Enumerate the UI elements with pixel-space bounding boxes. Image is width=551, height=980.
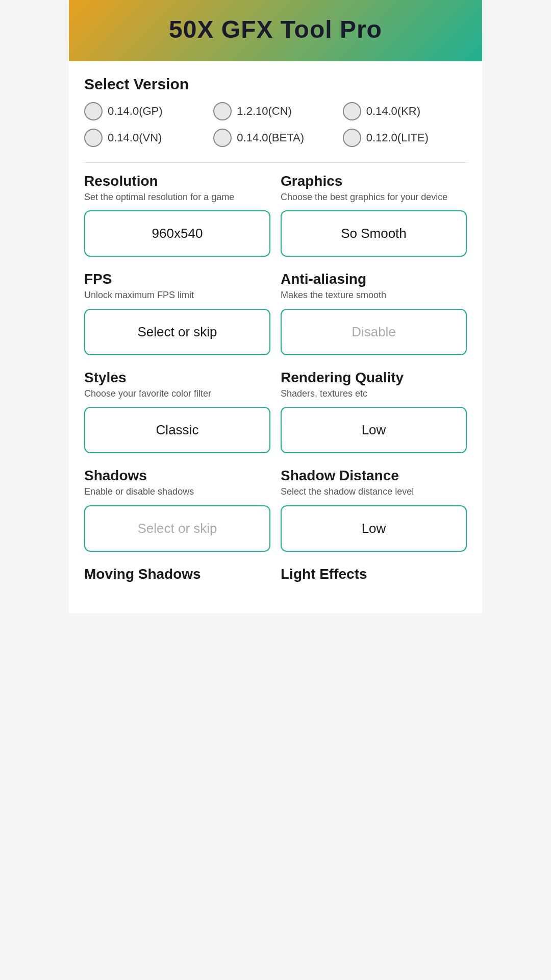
resolution-button[interactable]: 960x540 bbox=[84, 210, 270, 257]
antialiasing-button[interactable]: Disable bbox=[281, 309, 467, 355]
graphics-label: Graphics bbox=[281, 173, 467, 189]
resolution-block: Resolution Set the optimal resolution fo… bbox=[84, 173, 270, 257]
antialiasing-label: Anti-aliasing bbox=[281, 271, 467, 287]
fps-label: FPS bbox=[84, 271, 270, 287]
radio-beta[interactable] bbox=[213, 129, 232, 147]
rendering-quality-button[interactable]: Low bbox=[281, 407, 467, 453]
rendering-quality-label: Rendering Quality bbox=[281, 370, 467, 386]
version-grid: 0.14.0(GP) 1.2.10(CN) 0.14.0(KR) 0.14.0(… bbox=[84, 102, 467, 147]
version-label-vn: 0.14.0(VN) bbox=[108, 131, 162, 144]
version-label-cn: 1.2.10(CN) bbox=[237, 105, 292, 118]
graphics-block: Graphics Choose the best graphics for yo… bbox=[281, 173, 467, 257]
version-option-lite[interactable]: 0.12.0(LITE) bbox=[343, 129, 467, 147]
version-label-lite: 0.12.0(LITE) bbox=[366, 131, 429, 144]
radio-cn[interactable] bbox=[213, 102, 232, 120]
shadow-distance-desc: Select the shadow distance level bbox=[281, 486, 467, 498]
resolution-label: Resolution bbox=[84, 173, 270, 189]
radio-lite[interactable] bbox=[343, 129, 361, 147]
version-label-gp: 0.14.0(GP) bbox=[108, 105, 163, 118]
shadow-distance-block: Shadow Distance Select the shadow distan… bbox=[281, 468, 467, 551]
radio-gp[interactable] bbox=[84, 102, 103, 120]
antialiasing-desc: Makes the texture smooth bbox=[281, 289, 467, 301]
app-title: 50X GFX Tool Pro bbox=[79, 15, 472, 43]
shadow-distance-button[interactable]: Low bbox=[281, 505, 467, 552]
shadows-block: Shadows Enable or disable shadows Select… bbox=[84, 468, 270, 551]
version-label-kr: 0.14.0(KR) bbox=[366, 105, 420, 118]
antialiasing-block: Anti-aliasing Makes the texture smooth D… bbox=[281, 271, 467, 355]
fps-desc: Unlock maximum FPS limit bbox=[84, 289, 270, 301]
app-header: 50X GFX Tool Pro bbox=[69, 0, 482, 61]
version-option-cn[interactable]: 1.2.10(CN) bbox=[213, 102, 337, 120]
graphics-button[interactable]: So Smooth bbox=[281, 210, 467, 257]
styles-button[interactable]: Classic bbox=[84, 407, 270, 453]
styles-label: Styles bbox=[84, 370, 270, 386]
resolution-desc: Set the optimal resolution for a game bbox=[84, 191, 270, 203]
version-section-title: Select Version bbox=[84, 76, 467, 93]
divider-1 bbox=[84, 162, 467, 163]
fps-block: FPS Unlock maximum FPS limit Select or s… bbox=[84, 271, 270, 355]
light-effects-block: Light Effects bbox=[281, 566, 467, 584]
radio-kr[interactable] bbox=[343, 102, 361, 120]
shadow-distance-label: Shadow Distance bbox=[281, 468, 467, 484]
graphics-desc: Choose the best graphics for your device bbox=[281, 191, 467, 203]
styles-desc: Choose your favorite color filter bbox=[84, 388, 270, 400]
version-section: Select Version 0.14.0(GP) 1.2.10(CN) 0.1… bbox=[84, 76, 467, 147]
light-effects-label: Light Effects bbox=[281, 566, 467, 582]
version-option-beta[interactable]: 0.14.0(BETA) bbox=[213, 129, 337, 147]
version-option-vn[interactable]: 0.14.0(VN) bbox=[84, 129, 208, 147]
shadows-desc: Enable or disable shadows bbox=[84, 486, 270, 498]
fps-button[interactable]: Select or skip bbox=[84, 309, 270, 355]
main-content: Select Version 0.14.0(GP) 1.2.10(CN) 0.1… bbox=[69, 61, 482, 613]
settings-grid: Resolution Set the optimal resolution fo… bbox=[84, 173, 467, 599]
moving-shadows-label: Moving Shadows bbox=[84, 566, 270, 582]
moving-shadows-block: Moving Shadows bbox=[84, 566, 270, 584]
version-label-beta: 0.14.0(BETA) bbox=[237, 131, 304, 144]
shadows-button[interactable]: Select or skip bbox=[84, 505, 270, 552]
version-option-kr[interactable]: 0.14.0(KR) bbox=[343, 102, 467, 120]
shadows-label: Shadows bbox=[84, 468, 270, 484]
radio-vn[interactable] bbox=[84, 129, 103, 147]
rendering-quality-block: Rendering Quality Shaders, textures etc … bbox=[281, 370, 467, 453]
styles-block: Styles Choose your favorite color filter… bbox=[84, 370, 270, 453]
rendering-quality-desc: Shaders, textures etc bbox=[281, 388, 467, 400]
version-option-gp[interactable]: 0.14.0(GP) bbox=[84, 102, 208, 120]
